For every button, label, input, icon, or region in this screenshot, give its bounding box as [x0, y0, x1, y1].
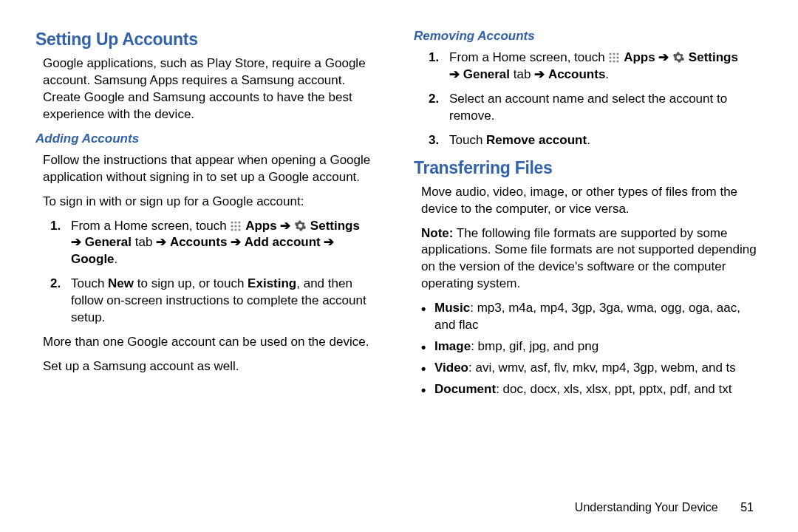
general-label: General [463, 67, 510, 81]
step-number: 2. [429, 91, 439, 108]
arrow-icon: ➔ [658, 50, 669, 64]
svg-point-6 [231, 228, 233, 231]
remove-account-label: Remove account [486, 133, 587, 147]
intro-paragraph: Google applications, such as Play Store,… [35, 55, 384, 123]
left-column: Setting Up Accounts Google applications,… [35, 28, 384, 532]
arrow-icon: ➔ [534, 67, 545, 81]
format-list: Music: mp3, m4a, mp4, 3gp, 3ga, wma, ogg… [414, 300, 763, 398]
settings-label: Settings [310, 219, 360, 233]
svg-point-17 [617, 60, 619, 62]
format-values: : doc, docx, xls, xlsx, ppt, pptx, pdf, … [496, 382, 732, 396]
svg-point-16 [613, 60, 615, 62]
apps-icon [608, 52, 620, 64]
accounts-label: Accounts [548, 67, 605, 81]
arrow-icon: ➔ [324, 235, 334, 249]
existing-label: Existing [248, 276, 296, 290]
more-paragraph-2: Set up a Samsung account as well. [35, 358, 384, 375]
removing-step-2: 2. Select an account name and select the… [429, 91, 763, 125]
new-label: New [108, 276, 134, 290]
transfer-paragraph: Move audio, video, image, or other types… [414, 184, 763, 218]
footer-section: Understanding Your Device [575, 501, 718, 514]
right-column: Removing Accounts 1. From a Home screen,… [414, 28, 763, 532]
settings-label: Settings [689, 50, 738, 64]
step-number: 2. [50, 276, 61, 293]
page-footer: Understanding Your Device 51 [575, 499, 754, 516]
page-number: 51 [740, 501, 754, 514]
svg-point-12 [610, 56, 612, 58]
svg-point-2 [239, 221, 241, 223]
svg-point-7 [235, 228, 237, 231]
svg-point-3 [231, 225, 233, 227]
apps-label: Apps [624, 50, 658, 64]
more-paragraph-1: More than one Google account can be used… [35, 334, 384, 351]
format-values: : avi, wmv, asf, flv, mkv, mp4, 3gp, web… [468, 361, 736, 375]
svg-point-11 [617, 52, 619, 55]
accounts-label: Accounts [170, 235, 231, 249]
svg-point-13 [613, 56, 615, 58]
subheading-removing-accounts: Removing Accounts [414, 28, 763, 45]
arrow-icon: ➔ [156, 235, 166, 249]
format-label: Music [434, 301, 470, 315]
format-document: Document: doc, docx, xls, xlsx, ppt, ppt… [420, 381, 763, 398]
google-label: Google [71, 252, 115, 266]
removing-steps: 1. From a Home screen, touch Apps ➔ Sett… [414, 50, 763, 149]
svg-point-10 [613, 52, 615, 55]
add-account-label: Add account [245, 235, 324, 249]
gear-icon [294, 219, 307, 232]
arrow-icon: ➔ [280, 219, 290, 233]
period: . [605, 67, 609, 81]
period: . [587, 133, 590, 147]
step-text: Touch [449, 133, 486, 147]
apps-icon [230, 220, 242, 232]
step-number: 3. [429, 132, 439, 149]
note-label: Note: [421, 226, 453, 240]
format-video: Video: avi, wmv, asf, flv, mkv, mp4, 3gp… [420, 360, 763, 377]
step-text: to sign up, or touch [134, 276, 248, 290]
svg-point-1 [235, 221, 237, 223]
svg-point-14 [617, 56, 619, 58]
format-music: Music: mp3, m4a, mp4, 3gp, 3ga, wma, ogg… [420, 300, 763, 334]
step-number: 1. [429, 50, 439, 66]
step-text: From a Home screen, touch [71, 219, 230, 233]
format-values: : mp3, m4a, mp4, 3gp, 3ga, wma, ogg, oga… [434, 301, 740, 332]
format-label: Image [434, 339, 471, 353]
gear-icon [672, 51, 685, 64]
svg-point-15 [610, 60, 612, 62]
step-text: From a Home screen, touch [449, 50, 608, 64]
step-text: Touch [71, 276, 108, 290]
adding-steps: 1. From a Home screen, touch Apps ➔ Sett… [35, 218, 384, 327]
adding-paragraph-1: Follow the instructions that appear when… [35, 152, 384, 186]
svg-point-9 [610, 52, 612, 55]
manual-page: Setting Up Accounts Google applications,… [0, 0, 798, 532]
tab-text: tab [135, 235, 156, 249]
arrow-icon: ➔ [449, 67, 460, 81]
period: . [115, 252, 118, 266]
svg-point-0 [231, 221, 233, 223]
removing-step-1: 1. From a Home screen, touch Apps ➔ Sett… [429, 50, 763, 83]
svg-point-5 [239, 225, 241, 227]
general-label: General [85, 235, 132, 249]
note-text: The following file formats are supported… [421, 226, 757, 291]
heading-transferring-files: Transferring Files [414, 157, 763, 180]
removing-step-3: 3. Touch Remove account. [429, 132, 763, 149]
arrow-icon: ➔ [71, 235, 81, 249]
svg-point-8 [239, 228, 241, 231]
transfer-note: Note: The following file formats are sup… [414, 225, 763, 293]
adding-step-1: 1. From a Home screen, touch Apps ➔ Sett… [50, 218, 384, 269]
tab-text: tab [514, 67, 534, 81]
format-label: Document [434, 382, 496, 396]
subheading-adding-accounts: Adding Accounts [35, 131, 384, 148]
step-text: Select an account name and select the ac… [449, 92, 727, 123]
svg-point-4 [235, 225, 237, 227]
format-values: : bmp, gif, jpg, and png [471, 339, 598, 353]
arrow-icon: ➔ [231, 235, 241, 249]
step-number: 1. [50, 218, 61, 235]
apps-label: Apps [245, 219, 280, 233]
format-label: Video [434, 361, 468, 375]
adding-step-2: 2. Touch New to sign up, or touch Existi… [50, 276, 384, 327]
format-image: Image: bmp, gif, jpg, and png [420, 338, 763, 355]
adding-paragraph-2: To sign in with or sign up for a Google … [35, 194, 384, 211]
heading-setting-up-accounts: Setting Up Accounts [35, 28, 384, 51]
